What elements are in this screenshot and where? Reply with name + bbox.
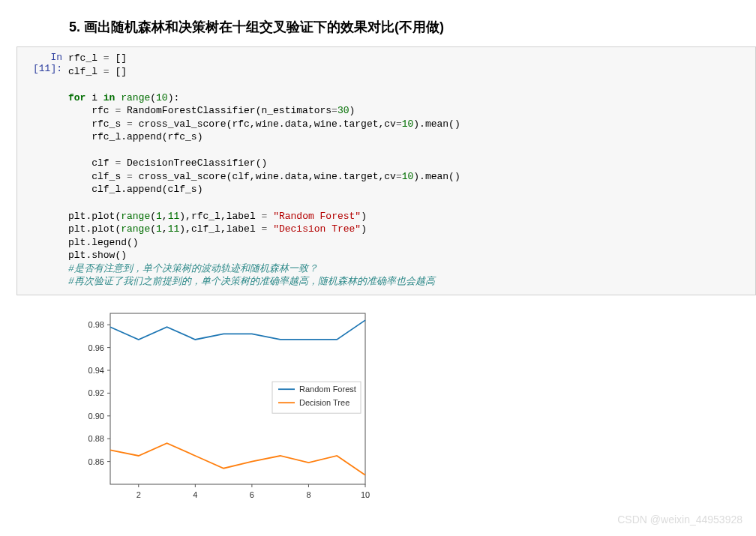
legend-label: Decision Tree — [299, 398, 350, 407]
x-tick-label: 4 — [193, 490, 197, 499]
y-tick-label: 0.90 — [88, 412, 104, 421]
y-tick-label: 0.88 — [88, 434, 104, 443]
x-tick-label: 10 — [361, 490, 370, 499]
x-tick-label: 6 — [250, 490, 254, 499]
input-prompt: In [11]: — [17, 47, 68, 295]
legend-label: Random Forest — [299, 385, 356, 394]
y-tick-label: 0.86 — [88, 457, 104, 466]
output-chart: 0.860.880.900.920.940.960.98246810Random… — [69, 304, 756, 507]
code-cell: In [11]: rfc_l = [] clf_l = [] for i in … — [16, 46, 756, 295]
y-tick-label: 0.94 — [88, 366, 104, 375]
code-area: rfc_l = [] clf_l = [] for i in range(10)… — [68, 47, 755, 295]
section-heading: 5. 画出随机森林和决策树在十组交叉验证下的效果对比(不用做) — [69, 18, 756, 36]
y-tick-label: 0.92 — [88, 388, 104, 397]
y-tick-label: 0.98 — [88, 320, 104, 329]
x-tick-label: 2 — [136, 490, 141, 499]
y-tick-label: 0.96 — [88, 343, 104, 352]
x-tick-label: 8 — [306, 490, 310, 499]
line-chart-svg: 0.860.880.900.920.940.960.98246810Random… — [69, 304, 373, 507]
